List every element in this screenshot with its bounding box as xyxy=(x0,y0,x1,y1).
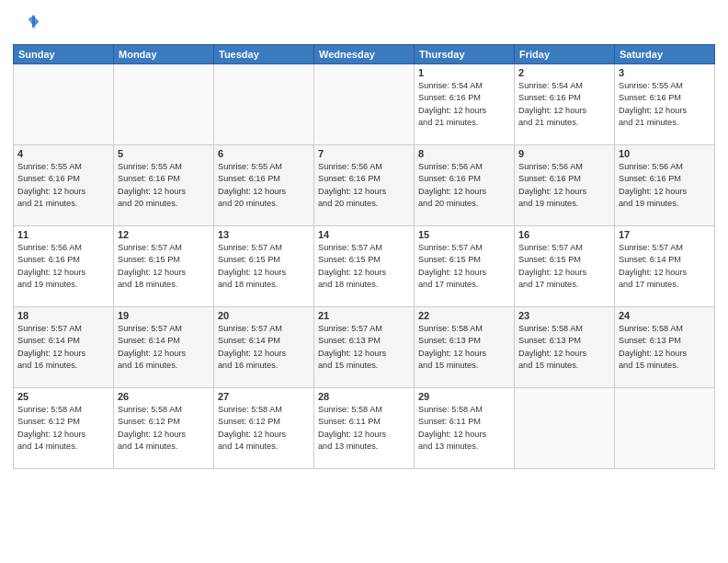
day-cell: 21Sunrise: 5:57 AM Sunset: 6:13 PM Dayli… xyxy=(314,307,415,388)
day-info: Sunrise: 5:58 AM Sunset: 6:11 PM Dayligh… xyxy=(418,404,510,453)
day-number: 28 xyxy=(318,391,410,402)
day-info: Sunrise: 5:58 AM Sunset: 6:12 PM Dayligh… xyxy=(17,404,109,453)
day-info: Sunrise: 5:55 AM Sunset: 6:16 PM Dayligh… xyxy=(619,80,711,129)
day-cell: 2Sunrise: 5:54 AM Sunset: 6:16 PM Daylig… xyxy=(515,64,615,145)
day-cell xyxy=(114,64,214,145)
day-cell: 13Sunrise: 5:57 AM Sunset: 6:15 PM Dayli… xyxy=(214,226,314,307)
day-cell: 4Sunrise: 5:55 AM Sunset: 6:16 PM Daylig… xyxy=(14,145,114,226)
day-info: Sunrise: 5:57 AM Sunset: 6:15 PM Dayligh… xyxy=(318,242,410,291)
week-row-0: 1Sunrise: 5:54 AM Sunset: 6:16 PM Daylig… xyxy=(14,64,715,145)
day-number: 23 xyxy=(518,310,610,321)
day-cell: 22Sunrise: 5:58 AM Sunset: 6:13 PM Dayli… xyxy=(415,307,515,388)
logo xyxy=(13,9,44,37)
day-info: Sunrise: 5:56 AM Sunset: 6:16 PM Dayligh… xyxy=(518,161,610,210)
day-number: 12 xyxy=(118,229,210,240)
day-cell: 6Sunrise: 5:55 AM Sunset: 6:16 PM Daylig… xyxy=(214,145,314,226)
day-info: Sunrise: 5:58 AM Sunset: 6:13 PM Dayligh… xyxy=(418,323,510,372)
day-cell: 23Sunrise: 5:58 AM Sunset: 6:13 PM Dayli… xyxy=(515,307,615,388)
day-cell: 26Sunrise: 5:58 AM Sunset: 6:12 PM Dayli… xyxy=(114,388,214,469)
calendar-header: SundayMondayTuesdayWednesdayThursdayFrid… xyxy=(14,45,715,64)
day-number: 8 xyxy=(418,148,510,159)
day-header-sunday: Sunday xyxy=(14,45,114,64)
day-info: Sunrise: 5:57 AM Sunset: 6:14 PM Dayligh… xyxy=(619,242,711,291)
day-cell xyxy=(515,388,615,469)
day-number: 17 xyxy=(619,229,711,240)
week-row-4: 25Sunrise: 5:58 AM Sunset: 6:12 PM Dayli… xyxy=(14,388,715,469)
day-number: 3 xyxy=(619,67,711,78)
day-number: 2 xyxy=(518,67,610,78)
week-row-2: 11Sunrise: 5:56 AM Sunset: 6:16 PM Dayli… xyxy=(14,226,715,307)
day-cell: 11Sunrise: 5:56 AM Sunset: 6:16 PM Dayli… xyxy=(14,226,114,307)
calendar: SundayMondayTuesdayWednesdayThursdayFrid… xyxy=(13,44,715,469)
day-cell: 5Sunrise: 5:55 AM Sunset: 6:16 PM Daylig… xyxy=(114,145,214,226)
day-info: Sunrise: 5:57 AM Sunset: 6:14 PM Dayligh… xyxy=(118,323,210,372)
day-info: Sunrise: 5:54 AM Sunset: 6:16 PM Dayligh… xyxy=(418,80,510,129)
day-cell: 19Sunrise: 5:57 AM Sunset: 6:14 PM Dayli… xyxy=(114,307,214,388)
day-number: 19 xyxy=(118,310,210,321)
day-number: 20 xyxy=(218,310,310,321)
day-number: 6 xyxy=(218,148,310,159)
day-cell: 16Sunrise: 5:57 AM Sunset: 6:15 PM Dayli… xyxy=(515,226,615,307)
day-info: Sunrise: 5:54 AM Sunset: 6:16 PM Dayligh… xyxy=(518,80,610,129)
week-row-1: 4Sunrise: 5:55 AM Sunset: 6:16 PM Daylig… xyxy=(14,145,715,226)
day-header-thursday: Thursday xyxy=(415,45,515,64)
day-info: Sunrise: 5:55 AM Sunset: 6:16 PM Dayligh… xyxy=(17,161,109,210)
day-info: Sunrise: 5:57 AM Sunset: 6:15 PM Dayligh… xyxy=(518,242,610,291)
day-cell: 9Sunrise: 5:56 AM Sunset: 6:16 PM Daylig… xyxy=(515,145,615,226)
week-row-3: 18Sunrise: 5:57 AM Sunset: 6:14 PM Dayli… xyxy=(14,307,715,388)
day-info: Sunrise: 5:57 AM Sunset: 6:15 PM Dayligh… xyxy=(218,242,310,291)
day-info: Sunrise: 5:57 AM Sunset: 6:14 PM Dayligh… xyxy=(17,323,109,372)
day-info: Sunrise: 5:58 AM Sunset: 6:11 PM Dayligh… xyxy=(318,404,410,453)
day-number: 27 xyxy=(218,391,310,402)
calendar-body: 1Sunrise: 5:54 AM Sunset: 6:16 PM Daylig… xyxy=(14,64,715,469)
day-number: 26 xyxy=(118,391,210,402)
day-cell: 18Sunrise: 5:57 AM Sunset: 6:14 PM Dayli… xyxy=(14,307,114,388)
day-info: Sunrise: 5:56 AM Sunset: 6:16 PM Dayligh… xyxy=(418,161,510,210)
day-cell: 10Sunrise: 5:56 AM Sunset: 6:16 PM Dayli… xyxy=(615,145,715,226)
day-info: Sunrise: 5:56 AM Sunset: 6:16 PM Dayligh… xyxy=(318,161,410,210)
day-number: 7 xyxy=(318,148,410,159)
day-info: Sunrise: 5:58 AM Sunset: 6:13 PM Dayligh… xyxy=(619,323,711,372)
day-info: Sunrise: 5:57 AM Sunset: 6:14 PM Dayligh… xyxy=(218,323,310,372)
day-cell: 7Sunrise: 5:56 AM Sunset: 6:16 PM Daylig… xyxy=(314,145,415,226)
day-number: 25 xyxy=(17,391,109,402)
day-cell xyxy=(314,64,415,145)
page: SundayMondayTuesdayWednesdayThursdayFrid… xyxy=(0,0,728,563)
day-header-tuesday: Tuesday xyxy=(214,45,314,64)
day-cell xyxy=(14,64,114,145)
day-number: 5 xyxy=(118,148,210,159)
day-number: 22 xyxy=(418,310,510,321)
day-cell: 20Sunrise: 5:57 AM Sunset: 6:14 PM Dayli… xyxy=(214,307,314,388)
day-cell: 1Sunrise: 5:54 AM Sunset: 6:16 PM Daylig… xyxy=(415,64,515,145)
day-header-saturday: Saturday xyxy=(615,45,715,64)
day-cell: 28Sunrise: 5:58 AM Sunset: 6:11 PM Dayli… xyxy=(314,388,415,469)
day-cell: 24Sunrise: 5:58 AM Sunset: 6:13 PM Dayli… xyxy=(615,307,715,388)
day-cell: 27Sunrise: 5:58 AM Sunset: 6:12 PM Dayli… xyxy=(214,388,314,469)
day-info: Sunrise: 5:58 AM Sunset: 6:12 PM Dayligh… xyxy=(218,404,310,453)
day-cell: 25Sunrise: 5:58 AM Sunset: 6:12 PM Dayli… xyxy=(14,388,114,469)
day-cell: 14Sunrise: 5:57 AM Sunset: 6:15 PM Dayli… xyxy=(314,226,415,307)
day-number: 9 xyxy=(518,148,610,159)
day-cell: 29Sunrise: 5:58 AM Sunset: 6:11 PM Dayli… xyxy=(415,388,515,469)
day-info: Sunrise: 5:58 AM Sunset: 6:12 PM Dayligh… xyxy=(118,404,210,453)
day-info: Sunrise: 5:55 AM Sunset: 6:16 PM Dayligh… xyxy=(218,161,310,210)
day-cell: 8Sunrise: 5:56 AM Sunset: 6:16 PM Daylig… xyxy=(415,145,515,226)
day-info: Sunrise: 5:57 AM Sunset: 6:15 PM Dayligh… xyxy=(118,242,210,291)
day-number: 1 xyxy=(418,67,510,78)
day-number: 11 xyxy=(17,229,109,240)
day-info: Sunrise: 5:56 AM Sunset: 6:16 PM Dayligh… xyxy=(17,242,109,291)
day-cell: 12Sunrise: 5:57 AM Sunset: 6:15 PM Dayli… xyxy=(114,226,214,307)
day-number: 29 xyxy=(418,391,510,402)
day-number: 16 xyxy=(518,229,610,240)
day-number: 15 xyxy=(418,229,510,240)
day-number: 4 xyxy=(17,148,109,159)
day-cell xyxy=(214,64,314,145)
day-info: Sunrise: 5:57 AM Sunset: 6:13 PM Dayligh… xyxy=(318,323,410,372)
day-cell xyxy=(615,388,715,469)
day-info: Sunrise: 5:55 AM Sunset: 6:16 PM Dayligh… xyxy=(118,161,210,210)
day-header-monday: Monday xyxy=(114,45,214,64)
day-info: Sunrise: 5:57 AM Sunset: 6:15 PM Dayligh… xyxy=(418,242,510,291)
day-number: 14 xyxy=(318,229,410,240)
day-header-friday: Friday xyxy=(515,45,615,64)
header xyxy=(13,9,715,37)
